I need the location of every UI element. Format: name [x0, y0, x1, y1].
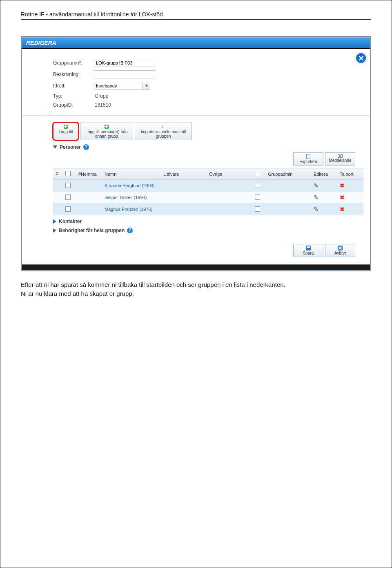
save-button[interactable]: Spara: [293, 244, 323, 257]
member-actions-row: Lägg till Lägg till person(er) från anna…: [53, 123, 363, 140]
checkbox[interactable]: [65, 206, 71, 212]
checkbox[interactable]: [65, 195, 71, 200]
message-label: Meddelande: [329, 158, 351, 163]
th-gruppadmin: Gruppadmin: [265, 168, 311, 180]
table-row: Jesper Trozell (1994) ✎ ✖: [53, 192, 363, 203]
paragraph: Ni är nu klara med att ha skapat er grup…: [21, 289, 371, 298]
modal-title-bar: REDIGERA: [22, 38, 370, 49]
cancel-label: Avbryt: [334, 251, 346, 255]
triangle-down-icon: [53, 145, 57, 149]
person-name-link[interactable]: Jesper Trozell (1994): [105, 195, 147, 200]
pencil-icon[interactable]: ✎: [314, 206, 318, 212]
section-kontakter-title: Kontakter: [59, 219, 82, 224]
screenshot-footer-bar: [22, 264, 370, 270]
gruppnamn-input[interactable]: [94, 59, 155, 67]
section-kontakter-header[interactable]: Kontakter: [53, 219, 363, 224]
add-from-group-label: Lägg till person(er) från annan grupp: [85, 130, 127, 139]
modal-title: REDIGERA: [26, 40, 56, 46]
idrott-label: Idrott:: [53, 83, 94, 89]
chevron-down-icon: [145, 85, 148, 87]
checkbox[interactable]: [255, 171, 260, 176]
th-editera: Editera: [311, 168, 337, 180]
table-row: Magnus Franzén (1975) ✎ ✖: [53, 203, 363, 215]
export-label: Exportera: [299, 159, 317, 164]
delete-icon[interactable]: ✖: [340, 206, 345, 212]
document-page: Rottne IF - användarmanual till Idrotton…: [0, 0, 392, 568]
beskrivning-input[interactable]: [94, 70, 155, 78]
document-icon: [306, 154, 310, 159]
th-check: [63, 168, 76, 180]
person-name-link[interactable]: Amanda Berglund (2003): [105, 183, 155, 188]
checkbox[interactable]: [255, 183, 260, 188]
th-ga-check: [252, 168, 265, 180]
gruppid-label: GruppID:: [53, 102, 94, 108]
cancel-button[interactable]: Avbryt: [325, 244, 355, 257]
gruppid-value: 181510: [94, 102, 111, 108]
import-icon: [161, 125, 165, 129]
typ-label: Typ:: [53, 93, 94, 99]
modal-body: ✕ Gruppnamn*: Beskrivning: Idrott:: [22, 49, 370, 264]
help-icon[interactable]: ?: [127, 228, 133, 233]
page-header-rule: [21, 19, 371, 20]
tab-panel: Lägg till Lägg till person(er) från anna…: [29, 123, 363, 257]
save-label: Spara: [303, 251, 314, 255]
envelope-icon: [338, 154, 343, 158]
add-button[interactable]: Lägg till: [53, 123, 78, 140]
idrott-select[interactable]: [94, 82, 143, 90]
th-namn: Namn: [102, 168, 161, 180]
checkbox[interactable]: [65, 183, 71, 188]
delete-icon[interactable]: ✖: [340, 194, 345, 201]
section-behorighet-header[interactable]: Behörighet för hela gruppen ?: [53, 228, 363, 233]
help-icon[interactable]: ?: [83, 144, 89, 150]
screenshot-embed: REDIGERA ✕ Gruppnamn*: Beskrivning:: [21, 36, 371, 271]
cancel-icon: [338, 246, 343, 250]
add-button-label: Lägg till: [59, 130, 73, 134]
th-utovare: Utövare: [161, 168, 207, 180]
persons-table: P #Hemma Namn Utövare Övriga Gruppadmin …: [53, 168, 363, 215]
table-header-row: P #Hemma Namn Utövare Övriga Gruppadmin …: [53, 168, 363, 180]
save-icon: [306, 246, 311, 250]
checkbox[interactable]: [65, 171, 71, 176]
group-edit-form: Gruppnamn*: Beskrivning: Idrott:: [29, 53, 363, 115]
plus-icon: [105, 125, 109, 129]
section-personer-header[interactable]: Personer ?: [53, 144, 363, 150]
save-cancel-row: Spara Avbryt: [53, 244, 355, 257]
checkbox[interactable]: [255, 195, 260, 200]
message-button[interactable]: Meddelande: [325, 152, 355, 165]
typ-value: Grupp: [94, 93, 108, 99]
close-button[interactable]: ✕: [355, 52, 367, 64]
tab-notch: [22, 115, 370, 123]
checkbox[interactable]: [255, 206, 260, 212]
gruppnamn-label: Gruppnamn*:: [53, 60, 94, 66]
person-name-link[interactable]: Magnus Franzén (1975): [105, 207, 152, 212]
paragraph: Efter att ni har sparat så kommer ni til…: [21, 280, 371, 289]
idrott-dropdown-arrow[interactable]: [143, 82, 150, 90]
import-members-label: Importera medlemmar till gruppen: [141, 130, 186, 139]
add-from-group-button[interactable]: Lägg till person(er) från annan grupp: [80, 123, 133, 140]
th-tabort: Ta bort: [337, 168, 363, 180]
beskrivning-label: Beskrivning:: [53, 72, 94, 77]
triangle-right-icon: [53, 228, 56, 233]
page-header: Rottne IF - användarmanual till Idrotton…: [21, 9, 371, 18]
pencil-icon[interactable]: ✎: [314, 194, 318, 201]
export-message-row: Exportera Meddelande: [53, 152, 355, 165]
document-body-text: Efter att ni har sparat så kommer ni til…: [21, 280, 371, 298]
export-button[interactable]: Exportera: [293, 152, 323, 165]
delete-icon[interactable]: ✖: [340, 182, 345, 189]
th-hemma: #Hemma: [76, 168, 102, 180]
plus-icon: [64, 125, 68, 129]
section-personer-title: Personer: [60, 144, 81, 150]
th-ovriga: Övriga: [207, 168, 252, 180]
table-row: Amanda Berglund (2003) ✎ ✖: [53, 180, 363, 192]
triangle-right-icon: [53, 219, 56, 224]
pencil-icon[interactable]: ✎: [314, 182, 318, 189]
th-p: P: [53, 168, 63, 180]
section-behorighet-title: Behörighet för hela gruppen: [59, 228, 125, 233]
import-members-button[interactable]: Importera medlemmar till gruppen: [135, 123, 192, 140]
